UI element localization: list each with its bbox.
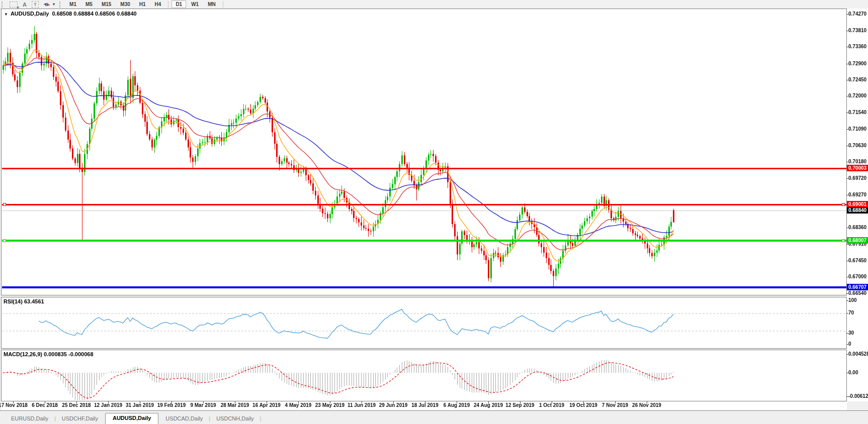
chart-tab-active[interactable]: AUDUSD,Daily	[105, 413, 158, 424]
ohlc-values: 0.68508 0.68884 0.68506 0.68840	[52, 11, 136, 17]
date-axis-label: 17 Nov 2018	[0, 402, 28, 408]
indicator-axis-label: 100	[848, 297, 857, 303]
price-line-tag: 0.69001	[847, 201, 868, 207]
date-axis-label: 7 Nov 2019	[602, 402, 628, 408]
symbol-name: AUDUSD,Daily	[11, 11, 49, 17]
price-line-tag: 0.66707	[847, 284, 868, 290]
date-axis-label: 26 Nov 2019	[632, 402, 661, 408]
price-axis-label: 0.72000	[848, 93, 866, 98]
tab-separator: |	[260, 414, 262, 424]
date-axis-label: 9 Mar 2019	[190, 402, 216, 408]
date-axis-label: 12 Sep 2019	[505, 402, 534, 408]
price-axis-label: 0.66540	[848, 290, 866, 296]
chart-title[interactable]: ▼AUDUSD,Daily 0.68508 0.68884 0.68506 0.…	[4, 11, 137, 17]
price-axis-label: 0.70630	[848, 143, 866, 148]
price-axis-label: 0.72450	[848, 77, 866, 82]
price-axis-label: 0.67000	[848, 274, 866, 279]
macd-label: MACD(12,26,9) 0.000835 -0.000068	[4, 351, 94, 357]
price-axis-label: 0.71090	[848, 126, 866, 132]
mt4-window: F A T ➤➤ ▾ M1M5M15M30H1H4D1W1MN ▼AUDUSD,…	[0, 0, 868, 424]
price-axis-label: 0.71540	[848, 110, 866, 115]
date-axis-label: 19 Feb 2019	[157, 402, 186, 408]
indicator-axis-label: 70	[848, 310, 854, 315]
price-line-tag: 0.70003	[847, 165, 868, 171]
date-axis-label: 25 Dec 2018	[62, 402, 91, 408]
date-axis-label: 23 May 2019	[315, 402, 344, 408]
chart-canvas[interactable]	[0, 0, 868, 424]
chart-tab[interactable]: USDCHF,Daily	[56, 414, 104, 424]
price-axis-label: 0.72900	[848, 61, 866, 66]
date-axis-label: 6 Aug 2019	[444, 402, 470, 408]
date-axis-label: 18 Jul 2019	[411, 402, 438, 408]
price-axis-label: 0.73810	[848, 28, 866, 33]
price-axis-label: 0.74270	[848, 11, 866, 17]
price-axis-label: 0.69720	[848, 175, 866, 181]
date-axis-label: 28 Mar 2019	[221, 402, 249, 408]
date-axis-label: 4 May 2019	[285, 402, 312, 408]
price-axis-label: 0.68360	[848, 225, 866, 230]
chart-tab[interactable]: USDCAD,Daily	[159, 414, 209, 424]
price-axis-label: 0.69270	[848, 192, 866, 197]
price-line-tag: 0.68840	[847, 207, 868, 214]
date-axis-label: 6 Dec 2018	[32, 402, 58, 408]
date-axis-label: 29 Jun 2019	[379, 402, 408, 408]
date-axis-label: 19 Oct 2019	[569, 402, 597, 408]
date-axis-label: 11 Jun 2019	[348, 402, 376, 408]
chart-tab-bar: EURUSD,Daily|USDCHF,DailyAUDUSD,DailyUSD…	[0, 410, 868, 424]
date-axis-label: 31 Jan 2019	[126, 402, 154, 408]
date-axis-label: 1 Oct 2019	[539, 402, 564, 408]
rsi-label: RSI(14) 63.4561	[4, 298, 44, 304]
price-axis-label: 0.70180	[848, 159, 866, 164]
indicator-axis-label: 0.004528	[848, 351, 868, 357]
chart-tab[interactable]: EURUSD,Daily	[5, 414, 54, 424]
price-line-tag: 0.68007	[847, 237, 868, 244]
date-axis-label: 12 Jan 2019	[94, 402, 122, 408]
indicator-axis-label: 0	[848, 341, 851, 347]
indicator-axis-label: -0.006122	[848, 393, 868, 399]
indicator-axis-label: 0.00	[848, 370, 858, 375]
date-axis-label: 16 Apr 2019	[252, 402, 281, 408]
chart-tab[interactable]: USDCNH,Daily	[210, 414, 260, 424]
price-axis-label: 0.67450	[848, 258, 866, 263]
chevron-down-icon[interactable]: ▼	[4, 12, 8, 17]
indicator-axis-label: 30	[848, 330, 854, 336]
price-axis-label: 0.73360	[848, 44, 866, 49]
date-axis-label: 24 Aug 2019	[474, 402, 503, 408]
